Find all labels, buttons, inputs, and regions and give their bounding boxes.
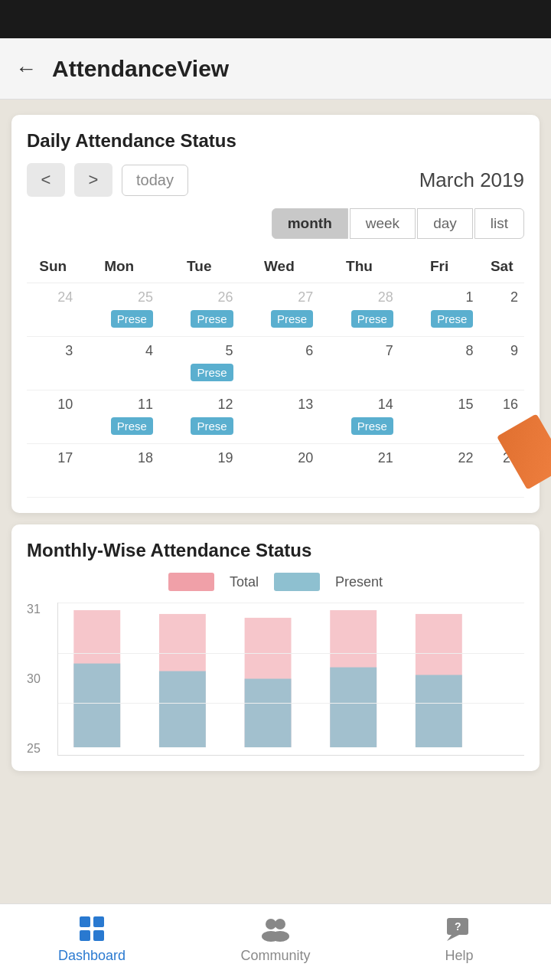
calendar-cell[interactable]: 4 [79, 337, 159, 390]
y-label-30: 30 [27, 672, 54, 686]
prev-month-button[interactable]: < [27, 163, 65, 197]
date-number: 10 [30, 397, 73, 413]
nav-community[interactable]: Community [230, 913, 321, 964]
calendar-cell[interactable]: 8 [399, 337, 480, 390]
monthly-attendance-card: Monthly-Wise Attendance Status Total Pre… [11, 524, 540, 771]
date-number: 9 [482, 343, 518, 359]
date-number: 21 [322, 450, 393, 466]
calendar-table: Sun Mon Tue Wed Thu Fri Sat 2425Prese26P… [27, 250, 524, 498]
status-bar [0, 0, 551, 38]
date-number: 25 [82, 289, 153, 305]
grid-line-low [58, 703, 524, 704]
presence-badge: Prese [351, 310, 393, 328]
date-number: 1 [403, 289, 474, 305]
page-title: AttendanceView [52, 56, 229, 82]
calendar-cell[interactable]: 24 [27, 283, 79, 337]
chart-legend: Total Present [27, 573, 524, 591]
daily-attendance-title: Daily Attendance Status [27, 130, 524, 152]
presence-badge: Prese [191, 310, 233, 328]
day-header-mon: Mon [79, 250, 159, 283]
svg-point-4 [266, 919, 276, 929]
calendar-cell[interactable]: 12Prese [159, 390, 240, 444]
view-week-button[interactable]: week [350, 208, 416, 239]
calendar-cell[interactable]: 5Prese [159, 337, 240, 390]
bottom-nav: Dashboard Community ? Help [0, 903, 551, 980]
svg-point-7 [271, 931, 289, 942]
calendar-cell[interactable]: 20 [240, 444, 320, 498]
bar-present-2 [159, 671, 206, 748]
date-number: 20 [243, 450, 314, 466]
next-month-button[interactable]: > [74, 163, 112, 197]
calendar-cell[interactable]: 11Prese [79, 390, 159, 444]
day-header-thu: Thu [319, 250, 399, 283]
date-number: 19 [162, 450, 233, 466]
calendar-cell[interactable]: 3 [27, 337, 79, 390]
calendar-cell[interactable]: 17 [27, 444, 79, 498]
daily-attendance-card: Daily Attendance Status < > today March … [11, 115, 540, 513]
calendar-cell[interactable]: 6 [240, 337, 320, 390]
calendar-cell[interactable]: 23 [479, 444, 524, 498]
nav-community-label: Community [240, 948, 310, 964]
date-number: 11 [82, 397, 153, 413]
date-number: 24 [30, 289, 73, 305]
calendar-cell[interactable]: 16 [479, 390, 524, 444]
chart-svg [58, 603, 524, 755]
calendar-cell[interactable]: 22 [399, 444, 480, 498]
view-list-button[interactable]: list [474, 208, 524, 239]
calendar-cell[interactable]: 1Prese [399, 283, 480, 337]
calendar-cell[interactable]: 25Prese [79, 283, 159, 337]
day-header-sun: Sun [27, 250, 79, 283]
svg-point-5 [275, 919, 285, 929]
calendar-cell[interactable]: 9 [479, 337, 524, 390]
date-number: 5 [162, 343, 233, 359]
calendar-cell[interactable]: 14Prese [319, 390, 399, 444]
nav-help-label: Help [445, 948, 473, 964]
date-number: 23 [482, 450, 518, 466]
svg-rect-1 [93, 916, 104, 927]
grid-line-mid [58, 653, 524, 654]
day-header-sat: Sat [479, 250, 524, 283]
view-month-button[interactable]: month [272, 208, 348, 239]
date-number: 6 [243, 343, 314, 359]
community-icon [260, 913, 291, 944]
calendar-cell[interactable]: 7 [319, 337, 399, 390]
legend-total-label: Total [230, 574, 259, 590]
today-button[interactable]: today [122, 165, 188, 196]
y-label-25: 25 [27, 742, 54, 756]
y-label-31: 31 [27, 603, 54, 616]
presence-badge: Prese [271, 310, 313, 328]
calendar-cell[interactable]: 26Prese [159, 283, 240, 337]
calendar-cell[interactable]: 18 [79, 444, 159, 498]
y-axis-labels: 31 30 25 [27, 603, 54, 756]
day-header-fri: Fri [399, 250, 480, 283]
svg-rect-3 [93, 930, 104, 941]
calendar-cell[interactable]: 19 [159, 444, 240, 498]
calendar-cell[interactable]: 27Prese [240, 283, 320, 337]
presence-badge: Prese [111, 310, 153, 328]
date-number: 4 [82, 343, 153, 359]
day-header-wed: Wed [240, 250, 320, 283]
calendar-cell[interactable]: 10 [27, 390, 79, 444]
presence-badge: Prese [111, 417, 153, 435]
back-button[interactable]: ← [15, 57, 37, 81]
calendar-cell[interactable]: 28Prese [319, 283, 399, 337]
date-number: 16 [482, 397, 518, 413]
calendar-cell[interactable]: 15 [399, 390, 480, 444]
date-number: 3 [30, 343, 73, 359]
calendar-cell[interactable]: 21 [319, 444, 399, 498]
svg-rect-2 [80, 930, 90, 941]
nav-help[interactable]: ? Help [413, 913, 505, 964]
chart-area: 31 30 25 [27, 603, 524, 756]
view-day-button[interactable]: day [417, 208, 473, 239]
nav-dashboard[interactable]: Dashboard [46, 913, 138, 964]
legend-present-label: Present [335, 574, 383, 590]
date-number: 18 [82, 450, 153, 466]
calendar-controls: < > today March 2019 [27, 163, 524, 197]
calendar-cell[interactable]: 2 [479, 283, 524, 337]
date-number: 2 [482, 289, 518, 305]
calendar-cell[interactable]: 13 [240, 390, 320, 444]
date-number: 15 [403, 397, 474, 413]
date-number: 17 [30, 450, 73, 466]
view-toggle: month week day list [27, 208, 524, 239]
date-number: 13 [243, 397, 314, 413]
